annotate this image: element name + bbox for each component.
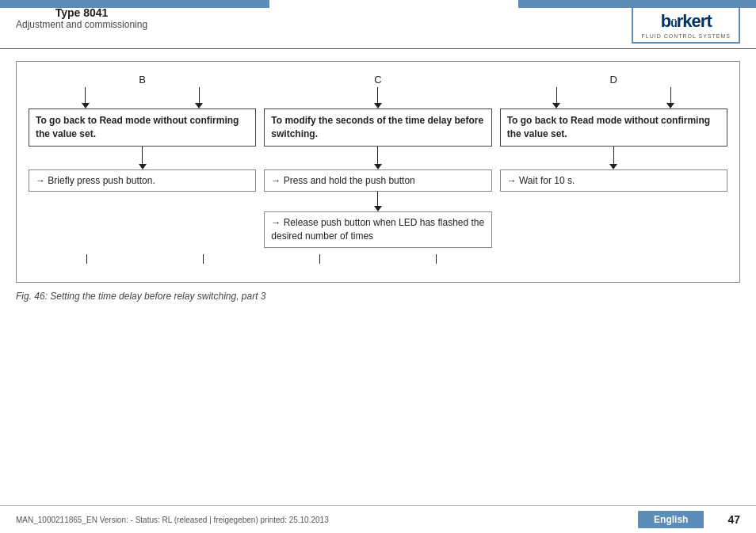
d-connector-head: [609, 164, 617, 169]
c-mid-head: [374, 164, 382, 169]
top-bar-right: [518, 0, 756, 8]
column-b: B: [29, 74, 256, 192]
footer-right: English 47: [638, 511, 740, 528]
col-d-action-text: → Wait for 10 s.: [507, 175, 575, 186]
c-top-head: [374, 103, 382, 109]
d-arrow-1: [552, 87, 560, 109]
page-subtitle: Adjustment and commissioning: [16, 19, 147, 30]
main-content: B: [0, 49, 756, 310]
bot-c-right: [436, 254, 437, 264]
d-vert-2: [670, 87, 671, 103]
col-c-action-box-2: → Release push button when LED has flash…: [264, 211, 491, 248]
b-arrow-head-1: [82, 103, 90, 109]
col-c-info-text: To modify the seconds of the time delay …: [271, 115, 483, 139]
diagram-box: B: [16, 61, 740, 283]
diagram-inner: B: [29, 74, 727, 248]
col-d-label: D: [610, 74, 617, 86]
burkert-logo-box: bürkert FLUID CONTROL SYSTEMS: [632, 6, 740, 44]
d-connector-line: [613, 147, 614, 164]
bot-b-left: [86, 254, 87, 264]
col-d-info-text: To go back to Read mode without confirmi…: [507, 115, 710, 139]
b-vert-line-2: [199, 87, 200, 103]
top-bar-left: [0, 0, 269, 8]
b-arrow-2: [195, 87, 203, 109]
col-c-action-text-2: → Release push button when LED has flash…: [271, 217, 484, 242]
header-title-area: Type 8041 Adjustment and commissioning: [16, 6, 147, 30]
col-c-action-text-1: → Press and hold the push button: [271, 175, 414, 186]
c-lower-head: [374, 206, 382, 211]
footer-doc-info: MAN_1000211865_EN Version: - Status: RL …: [16, 516, 329, 524]
b-connector-head: [139, 164, 147, 169]
b-down-arrow: [29, 147, 256, 169]
col-c-label: C: [374, 74, 381, 86]
b-connector-line: [142, 147, 143, 164]
col-b-action-text: → Briefly press push button.: [36, 175, 155, 186]
col-c-action-box-1: → Press and hold the push button: [264, 169, 491, 192]
b-arrows: [29, 87, 256, 109]
d-arrows: [500, 87, 727, 109]
b-arrow-head-2: [195, 103, 203, 109]
c-top-arrow: [264, 87, 491, 109]
col-d-action-box: → Wait for 10 s.: [500, 169, 727, 192]
burkert-tagline: FLUID CONTROL SYSTEMS: [641, 33, 731, 39]
c-lower-vert: [377, 192, 378, 206]
col-b-info-text: To go back to Read mode without confirmi…: [36, 115, 239, 139]
col-d-info-box: To go back to Read mode without confirmi…: [500, 109, 727, 147]
bot-c-left: [319, 254, 320, 264]
d-arrow-2: [666, 87, 674, 109]
b-arrow-1: [82, 87, 90, 109]
page-title: Type 8041: [55, 6, 109, 19]
b-vert-line-1: [85, 87, 86, 103]
col-b-info-box: To go back to Read mode without confirmi…: [29, 109, 256, 147]
c-mid-vert: [377, 147, 378, 164]
c-lower-arrow: [264, 192, 491, 211]
page-number: 47: [727, 513, 740, 526]
bottom-connectors: [29, 254, 727, 264]
column-c: C To modify the seconds of the time dela…: [264, 74, 491, 248]
c-top-vert: [377, 87, 378, 103]
d-vert-1: [556, 87, 557, 103]
logo-area: bürkert FLUID CONTROL SYSTEMS: [632, 6, 740, 44]
burkert-logo: bürkert: [661, 11, 712, 32]
column-d: D: [500, 74, 727, 192]
fig-caption: Fig. 46: Setting the time delay before r…: [16, 291, 740, 302]
d-head-1: [552, 103, 560, 109]
c-mid-arrow: [264, 147, 491, 169]
col-c-info-box: To modify the seconds of the time delay …: [264, 109, 491, 147]
language-selector[interactable]: English: [638, 511, 704, 528]
page-footer: MAN_1000211865_EN Version: - Status: RL …: [0, 505, 756, 533]
col-b-label: B: [139, 74, 146, 86]
d-down-arrow: [500, 147, 727, 169]
bot-b-right: [203, 254, 204, 264]
col-b-action-box: → Briefly press push button.: [29, 169, 256, 192]
d-head-2: [666, 103, 674, 109]
